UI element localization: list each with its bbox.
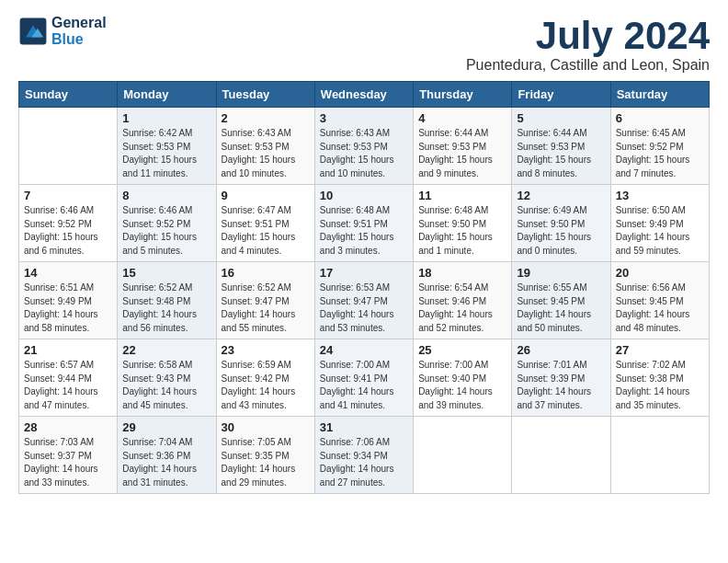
calendar-cell: 29 Sunrise: 7:04 AMSunset: 9:36 PMDaylig… (118, 417, 216, 494)
week-row-2: 7 Sunrise: 6:46 AMSunset: 9:52 PMDayligh… (19, 185, 710, 262)
month-title: July 2024 (466, 15, 710, 57)
cell-info: Sunrise: 6:56 AMSunset: 9:45 PMDaylight:… (616, 282, 704, 335)
cell-info: Sunrise: 6:57 AMSunset: 9:44 PMDaylight:… (24, 359, 112, 412)
day-number: 21 (24, 343, 112, 357)
calendar-table: SundayMondayTuesdayWednesdayThursdayFrid… (18, 81, 710, 494)
cell-info: Sunrise: 6:58 AMSunset: 9:43 PMDaylight:… (122, 359, 210, 412)
day-number: 11 (418, 189, 506, 202)
calendar-cell: 15 Sunrise: 6:52 AMSunset: 9:48 PMDaylig… (118, 262, 216, 339)
calendar-cell: 12 Sunrise: 6:49 AMSunset: 9:50 PMDaylig… (512, 185, 610, 262)
calendar-cell: 20 Sunrise: 6:56 AMSunset: 9:45 PMDaylig… (610, 262, 709, 339)
calendar-cell: 26 Sunrise: 7:01 AMSunset: 9:39 PMDaylig… (512, 339, 610, 417)
calendar-cell: 14 Sunrise: 6:51 AMSunset: 9:49 PMDaylig… (19, 262, 118, 339)
cell-info: Sunrise: 6:52 AMSunset: 9:47 PMDaylight:… (222, 282, 310, 335)
cell-info: Sunrise: 6:54 AMSunset: 9:46 PMDaylight:… (418, 282, 506, 335)
day-number: 22 (122, 343, 210, 357)
cell-info: Sunrise: 7:04 AMSunset: 9:36 PMDaylight:… (122, 436, 210, 489)
week-row-1: 1 Sunrise: 6:42 AMSunset: 9:53 PMDayligh… (19, 108, 710, 185)
calendar-cell: 11 Sunrise: 6:48 AMSunset: 9:50 PMDaylig… (414, 185, 512, 262)
cell-info: Sunrise: 6:42 AMSunset: 9:53 PMDaylight:… (122, 127, 210, 180)
day-number: 31 (320, 420, 408, 434)
calendar-cell: 4 Sunrise: 6:44 AMSunset: 9:53 PMDayligh… (414, 108, 512, 185)
day-number: 12 (517, 189, 605, 202)
cell-info: Sunrise: 6:43 AMSunset: 9:53 PMDaylight:… (320, 127, 408, 180)
day-number: 20 (616, 266, 704, 280)
cell-info: Sunrise: 6:48 AMSunset: 9:51 PMDaylight:… (320, 204, 408, 258)
cell-info: Sunrise: 6:46 AMSunset: 9:52 PMDaylight:… (24, 204, 112, 258)
cell-info: Sunrise: 6:44 AMSunset: 9:53 PMDaylight:… (418, 127, 506, 180)
cell-info: Sunrise: 6:50 AMSunset: 9:49 PMDaylight:… (616, 204, 704, 258)
logo: General Blue (18, 15, 107, 47)
cell-info: Sunrise: 6:55 AMSunset: 9:45 PMDaylight:… (517, 282, 605, 335)
cell-info: Sunrise: 6:47 AMSunset: 9:51 PMDaylight:… (222, 204, 310, 258)
cell-info: Sunrise: 6:51 AMSunset: 9:49 PMDaylight:… (24, 282, 112, 335)
week-row-5: 28 Sunrise: 7:03 AMSunset: 9:37 PMDaylig… (19, 417, 710, 494)
day-number: 26 (517, 343, 605, 357)
day-number: 19 (517, 266, 605, 280)
cell-info: Sunrise: 6:43 AMSunset: 9:53 PMDaylight:… (222, 127, 310, 180)
day-number: 30 (222, 420, 310, 434)
calendar-cell: 21 Sunrise: 6:57 AMSunset: 9:44 PMDaylig… (19, 339, 118, 417)
calendar-cell: 10 Sunrise: 6:48 AMSunset: 9:51 PMDaylig… (314, 185, 413, 262)
calendar-cell: 7 Sunrise: 6:46 AMSunset: 9:52 PMDayligh… (19, 185, 118, 262)
logo-icon (18, 17, 48, 46)
cell-info: Sunrise: 6:53 AMSunset: 9:47 PMDaylight:… (320, 282, 408, 335)
day-number: 5 (517, 111, 605, 125)
cell-info: Sunrise: 7:00 AMSunset: 9:40 PMDaylight:… (418, 359, 506, 412)
day-number: 13 (616, 189, 704, 202)
calendar-cell: 17 Sunrise: 6:53 AMSunset: 9:47 PMDaylig… (314, 262, 413, 339)
day-number: 23 (222, 343, 310, 357)
calendar-cell (512, 417, 610, 494)
calendar-cell: 1 Sunrise: 6:42 AMSunset: 9:53 PMDayligh… (118, 108, 216, 185)
day-number: 24 (320, 343, 408, 357)
calendar-cell: 13 Sunrise: 6:50 AMSunset: 9:49 PMDaylig… (610, 185, 709, 262)
calendar-cell: 28 Sunrise: 7:03 AMSunset: 9:37 PMDaylig… (19, 417, 118, 494)
calendar-cell: 18 Sunrise: 6:54 AMSunset: 9:46 PMDaylig… (414, 262, 512, 339)
day-number: 2 (222, 111, 310, 125)
day-header-thursday: Thursday (414, 82, 512, 108)
calendar-cell: 8 Sunrise: 6:46 AMSunset: 9:52 PMDayligh… (118, 185, 216, 262)
header: General Blue July 2024 Puentedura, Casti… (18, 15, 710, 74)
week-row-3: 14 Sunrise: 6:51 AMSunset: 9:49 PMDaylig… (19, 262, 710, 339)
cell-info: Sunrise: 6:48 AMSunset: 9:50 PMDaylight:… (418, 204, 506, 258)
cell-info: Sunrise: 6:46 AMSunset: 9:52 PMDaylight:… (122, 204, 210, 258)
cell-info: Sunrise: 7:06 AMSunset: 9:34 PMDaylight:… (320, 436, 408, 489)
day-header-saturday: Saturday (610, 82, 709, 108)
day-number: 8 (122, 189, 210, 202)
calendar-cell: 19 Sunrise: 6:55 AMSunset: 9:45 PMDaylig… (512, 262, 610, 339)
day-number: 4 (418, 111, 506, 125)
calendar-cell (19, 108, 118, 185)
day-number: 14 (24, 266, 112, 280)
calendar-cell: 25 Sunrise: 7:00 AMSunset: 9:40 PMDaylig… (414, 339, 512, 417)
calendar-cell (414, 417, 512, 494)
calendar-cell: 24 Sunrise: 7:00 AMSunset: 9:41 PMDaylig… (314, 339, 413, 417)
cell-info: Sunrise: 6:59 AMSunset: 9:42 PMDaylight:… (222, 359, 310, 412)
week-row-4: 21 Sunrise: 6:57 AMSunset: 9:44 PMDaylig… (19, 339, 710, 417)
calendar-cell: 5 Sunrise: 6:44 AMSunset: 9:53 PMDayligh… (512, 108, 610, 185)
day-number: 9 (222, 189, 310, 202)
cell-info: Sunrise: 7:00 AMSunset: 9:41 PMDaylight:… (320, 359, 408, 412)
day-number: 6 (616, 111, 704, 125)
day-number: 7 (24, 189, 112, 202)
cell-info: Sunrise: 7:05 AMSunset: 9:35 PMDaylight:… (222, 436, 310, 489)
cell-info: Sunrise: 7:02 AMSunset: 9:38 PMDaylight:… (616, 359, 704, 412)
day-number: 29 (122, 420, 210, 434)
calendar-cell: 23 Sunrise: 6:59 AMSunset: 9:42 PMDaylig… (216, 339, 314, 417)
calendar-cell: 30 Sunrise: 7:05 AMSunset: 9:35 PMDaylig… (216, 417, 314, 494)
header-row: SundayMondayTuesdayWednesdayThursdayFrid… (19, 82, 710, 108)
day-number: 17 (320, 266, 408, 280)
title-area: July 2024 Puentedura, Castille and Leon,… (466, 15, 710, 74)
calendar-cell (610, 417, 709, 494)
cell-info: Sunrise: 7:03 AMSunset: 9:37 PMDaylight:… (24, 436, 112, 489)
calendar-cell: 3 Sunrise: 6:43 AMSunset: 9:53 PMDayligh… (314, 108, 413, 185)
day-number: 15 (122, 266, 210, 280)
day-number: 16 (222, 266, 310, 280)
day-header-tuesday: Tuesday (216, 82, 314, 108)
cell-info: Sunrise: 6:44 AMSunset: 9:53 PMDaylight:… (517, 127, 605, 180)
calendar-cell: 27 Sunrise: 7:02 AMSunset: 9:38 PMDaylig… (610, 339, 709, 417)
calendar-cell: 9 Sunrise: 6:47 AMSunset: 9:51 PMDayligh… (216, 185, 314, 262)
day-header-friday: Friday (512, 82, 610, 108)
day-number: 10 (320, 189, 408, 202)
day-number: 3 (320, 111, 408, 125)
calendar-cell: 31 Sunrise: 7:06 AMSunset: 9:34 PMDaylig… (314, 417, 413, 494)
